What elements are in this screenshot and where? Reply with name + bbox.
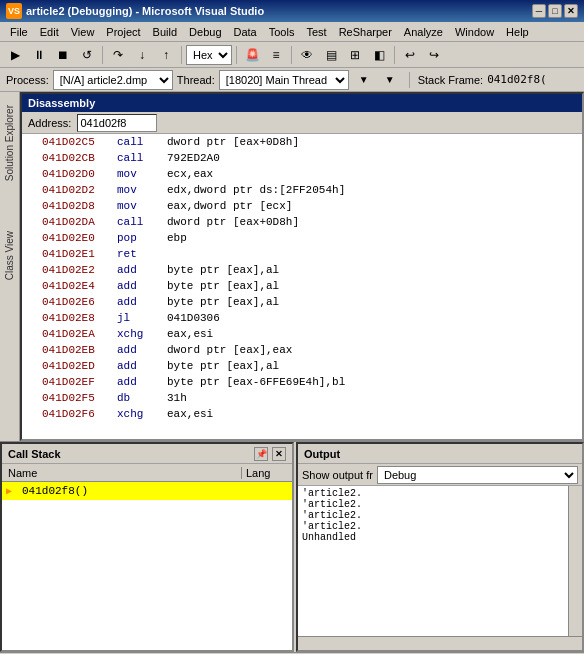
menu-test[interactable]: Test: [300, 25, 332, 39]
asm-row[interactable]: 041D02CBcall792ED2A0: [22, 150, 582, 166]
process-bar-separator: [409, 72, 410, 88]
output-hscroll[interactable]: [298, 636, 582, 650]
asm-row[interactable]: 041D02D2movedx,dword ptr ds:[2FF2054h]: [22, 182, 582, 198]
callstack-content[interactable]: ▶ 041d02f8(): [2, 482, 292, 650]
disasm-button[interactable]: ⊞: [344, 44, 366, 66]
app-icon: VS: [6, 3, 22, 19]
show-output-combo[interactable]: Debug: [377, 466, 578, 484]
menu-help[interactable]: Help: [500, 25, 535, 39]
asm-row[interactable]: 041D02C5calldword ptr [eax+0D8h]: [22, 134, 582, 150]
menu-bar: File Edit View Project Build Debug Data …: [0, 22, 584, 42]
sidebar-class-view[interactable]: Class View: [1, 226, 18, 285]
callstack-row[interactable]: ▶ 041d02f8(): [2, 482, 292, 500]
maximize-button[interactable]: □: [548, 4, 562, 18]
menu-analyze[interactable]: Analyze: [398, 25, 449, 39]
asm-address: 041D02E0: [42, 232, 117, 244]
menu-view[interactable]: View: [65, 25, 101, 39]
asm-mnemonic: xchg: [117, 408, 167, 420]
asm-address: 041D02ED: [42, 360, 117, 372]
register-button[interactable]: ◧: [368, 44, 390, 66]
address-label: Address:: [28, 117, 71, 129]
asm-row[interactable]: 041D02E0popebp: [22, 230, 582, 246]
watch-button[interactable]: 👁: [296, 44, 318, 66]
stack-frame-label: Stack Frame:: [418, 74, 483, 86]
asm-mnemonic: pop: [117, 232, 167, 244]
asm-mnemonic: add: [117, 280, 167, 292]
asm-mnemonic: add: [117, 344, 167, 356]
address-input[interactable]: [77, 114, 157, 132]
asm-row[interactable]: 041D02EDaddbyte ptr [eax],al: [22, 358, 582, 374]
menu-debug[interactable]: Debug: [183, 25, 227, 39]
thread-filter-button[interactable]: ▼: [353, 69, 375, 91]
asm-row[interactable]: 041D02E2addbyte ptr [eax],al: [22, 262, 582, 278]
thread-button[interactable]: ≡: [265, 44, 287, 66]
asm-row[interactable]: 041D02EAxchgeax,esi: [22, 326, 582, 342]
asm-operands: eax,esi: [167, 408, 213, 420]
output-line: 'article2.: [302, 521, 564, 532]
thread-filter2-button[interactable]: ▼: [379, 69, 401, 91]
step-into-button[interactable]: ↓: [131, 44, 153, 66]
asm-mnemonic: ret: [117, 248, 167, 260]
asm-mnemonic: call: [117, 216, 167, 228]
output-line: 'article2.: [302, 499, 564, 510]
asm-mnemonic: add: [117, 376, 167, 388]
menu-resharper[interactable]: ReSharper: [333, 25, 398, 39]
undo-button[interactable]: ↩: [399, 44, 421, 66]
callstack-close-button[interactable]: ✕: [272, 447, 286, 461]
menu-project[interactable]: Project: [100, 25, 146, 39]
asm-mnemonic: add: [117, 360, 167, 372]
menu-tools[interactable]: Tools: [263, 25, 301, 39]
asm-address: 041D02F6: [42, 408, 117, 420]
asm-row[interactable]: 041D02D0movecx,eax: [22, 166, 582, 182]
output-scrollbar[interactable]: [568, 486, 582, 636]
debug-continue-button[interactable]: ▶: [4, 44, 26, 66]
asm-row[interactable]: 041D02DAcalldword ptr [eax+0D8h]: [22, 214, 582, 230]
callstack-pin-button[interactable]: 📌: [254, 447, 268, 461]
asm-row[interactable]: 041D02EBadddword ptr [eax],eax: [22, 342, 582, 358]
memory-button[interactable]: ▤: [320, 44, 342, 66]
asm-row[interactable]: 041D02E6addbyte ptr [eax],al: [22, 294, 582, 310]
asm-address: 041D02C5: [42, 136, 117, 148]
asm-row[interactable]: 041D02E1ret: [22, 246, 582, 262]
window-controls: ─ □ ✕: [532, 4, 578, 18]
debug-restart-button[interactable]: ↺: [76, 44, 98, 66]
asm-row[interactable]: 041D02E8jl041D0306: [22, 310, 582, 326]
minimize-button[interactable]: ─: [532, 4, 546, 18]
exception-button[interactable]: 🚨: [241, 44, 263, 66]
thread-label: Thread:: [177, 74, 215, 86]
process-combo[interactable]: [N/A] article2.dmp: [53, 70, 173, 90]
callstack-col-lang: Lang: [242, 467, 292, 479]
output-content[interactable]: 'article2.'article2.'article2.'article2.…: [298, 486, 568, 636]
thread-combo[interactable]: [18020] Main Thread: [219, 70, 349, 90]
asm-operands: byte ptr [eax-6FFE69E4h],bl: [167, 376, 345, 388]
asm-address: 041D02F5: [42, 392, 117, 404]
menu-file[interactable]: File: [4, 25, 34, 39]
menu-window[interactable]: Window: [449, 25, 500, 39]
sidebar-solution-explorer[interactable]: Solution Explorer: [1, 100, 18, 186]
hex-dropdown[interactable]: Hex: [186, 45, 232, 65]
asm-row[interactable]: 041D02F6xchgeax,esi: [22, 406, 582, 422]
output-line: Unhandled: [302, 532, 564, 543]
asm-operands: byte ptr [eax],al: [167, 264, 279, 276]
asm-row[interactable]: 041D02D8moveax,dword ptr [ecx]: [22, 198, 582, 214]
menu-edit[interactable]: Edit: [34, 25, 65, 39]
show-output-label: Show output fr: [302, 469, 373, 481]
asm-row[interactable]: 041D02F5db31h: [22, 390, 582, 406]
menu-build[interactable]: Build: [147, 25, 183, 39]
asm-address: 041D02D8: [42, 200, 117, 212]
asm-operands: eax,dword ptr [ecx]: [167, 200, 292, 212]
step-out-button[interactable]: ↑: [155, 44, 177, 66]
asm-row[interactable]: 041D02EFaddbyte ptr [eax-6FFE69E4h],bl: [22, 374, 582, 390]
callstack-col-name: Name: [2, 467, 242, 479]
process-bar: Process: [N/A] article2.dmp Thread: [180…: [0, 68, 584, 92]
asm-content[interactable]: 041D02C5calldword ptr [eax+0D8h]041D02CB…: [22, 134, 582, 439]
asm-mnemonic: mov: [117, 168, 167, 180]
close-button[interactable]: ✕: [564, 4, 578, 18]
redo-button[interactable]: ↪: [423, 44, 445, 66]
asm-row[interactable]: 041D02E4addbyte ptr [eax],al: [22, 278, 582, 294]
step-over-button[interactable]: ↷: [107, 44, 129, 66]
debug-stop-button[interactable]: ⏹: [52, 44, 74, 66]
menu-data[interactable]: Data: [228, 25, 263, 39]
asm-mnemonic: call: [117, 152, 167, 164]
debug-pause-button[interactable]: ⏸: [28, 44, 50, 66]
